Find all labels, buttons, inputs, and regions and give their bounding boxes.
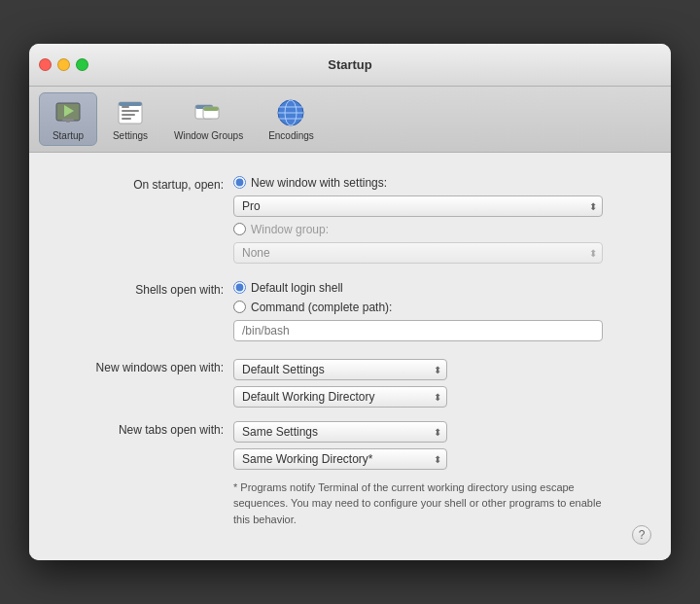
window-group-select-wrapper: None ⬍ [233, 242, 603, 264]
new-tabs-row: New tabs open with: Same Settings ⬍ Same… [58, 421, 642, 528]
new-windows-settings-select[interactable]: Default Settings [233, 359, 447, 380]
settings-icon [115, 97, 146, 128]
window-title: Startup [328, 57, 372, 72]
traffic-lights [39, 58, 88, 71]
svg-rect-7 [122, 114, 135, 116]
new-window-radio-row: New window with settings: [233, 176, 642, 190]
default-login-radio-label: Default login shell [251, 281, 343, 295]
main-window: Startup Startup [29, 44, 671, 561]
svg-rect-5 [122, 106, 129, 108]
svg-rect-2 [62, 119, 74, 121]
new-tabs-settings-wrapper: Same Settings ⬍ [233, 421, 447, 443]
toolbar-settings-label: Settings [113, 130, 148, 141]
svg-rect-8 [122, 118, 131, 120]
note-text: * Programs notify Terminal of the curren… [233, 480, 603, 528]
toolbar-settings[interactable]: Settings [101, 92, 159, 146]
svg-rect-6 [122, 110, 139, 112]
command-radio-label: Command (complete path): [251, 301, 392, 314]
content-area: On startup, open: New window with settin… [29, 153, 671, 561]
command-radio-row: Command (complete path): [233, 301, 642, 314]
maximize-button[interactable] [76, 58, 88, 71]
default-login-radio-row: Default login shell [233, 281, 642, 295]
on-startup-row: On startup, open: New window with settin… [58, 176, 642, 264]
command-radio[interactable] [233, 301, 246, 313]
toolbar-window-groups[interactable]: Window Groups [163, 92, 254, 146]
minimize-button[interactable] [57, 58, 70, 71]
window-settings-select-wrapper: Pro Basic Grass Homebrew ⬍ [233, 195, 603, 217]
toolbar-startup[interactable]: Startup [39, 92, 97, 146]
new-tabs-dir-wrapper: Same Working Directory* ⬍ [233, 448, 447, 470]
titlebar: Startup [29, 44, 671, 87]
default-login-radio[interactable] [233, 281, 246, 294]
window-group-radio-label: Window group: [251, 223, 329, 236]
new-tabs-settings-select[interactable]: Same Settings [233, 421, 447, 443]
close-button[interactable] [39, 58, 52, 71]
new-window-radio-label: New window with settings: [251, 176, 387, 190]
content: On startup, open: New window with settin… [29, 153, 671, 561]
command-path-input[interactable] [233, 320, 603, 341]
on-startup-controls: New window with settings: Pro Basic Gras… [233, 176, 642, 264]
startup-icon [52, 97, 84, 128]
new-window-radio[interactable] [233, 176, 246, 189]
toolbar-encodings[interactable]: Encodings [258, 92, 325, 146]
new-windows-dir-select[interactable]: Default Working Directory [233, 386, 447, 408]
window-group-radio-row: Window group: [233, 223, 642, 236]
svg-rect-13 [203, 107, 219, 111]
toolbar-window-groups-label: Window Groups [174, 130, 243, 141]
new-windows-label: New windows open with: [58, 359, 233, 374]
help-label: ? [639, 528, 646, 542]
new-windows-controls: Default Settings ⬍ Default Working Direc… [233, 359, 642, 408]
toolbar-encodings-label: Encodings [268, 130, 314, 141]
new-windows-dir-wrapper: Default Working Directory ⬍ [233, 386, 447, 408]
shells-open-label: Shells open with: [58, 281, 233, 297]
new-windows-row: New windows open with: Default Settings … [58, 359, 642, 408]
toolbar: Startup Settings [29, 87, 671, 153]
toolbar-startup-label: Startup [52, 130, 84, 141]
new-windows-settings-wrapper: Default Settings ⬍ [233, 359, 447, 380]
shells-open-row: Shells open with: Default login shell Co… [58, 281, 642, 341]
new-tabs-controls: Same Settings ⬍ Same Working Directory* … [233, 421, 642, 528]
on-startup-label: On startup, open: [58, 176, 233, 192]
svg-rect-3 [66, 121, 70, 123]
window-groups-icon [193, 97, 225, 128]
new-tabs-dir-select[interactable]: Same Working Directory* [233, 448, 447, 470]
shells-open-controls: Default login shell Command (complete pa… [233, 281, 642, 341]
encodings-icon [275, 97, 306, 128]
window-group-radio[interactable] [233, 223, 246, 235]
window-settings-select[interactable]: Pro Basic Grass Homebrew [233, 195, 603, 217]
window-group-select[interactable]: None [233, 242, 603, 264]
svg-rect-9 [119, 102, 142, 106]
new-tabs-label: New tabs open with: [58, 421, 233, 437]
